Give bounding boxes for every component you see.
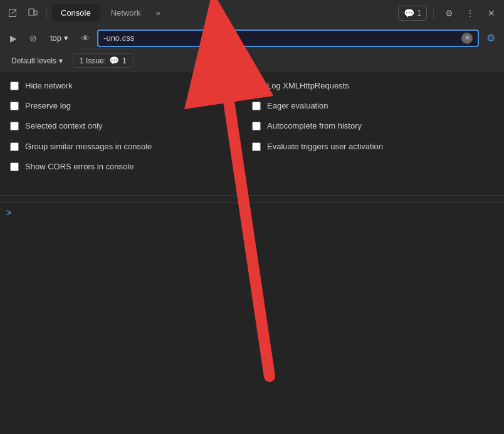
- filter-clear-button[interactable]: ✕: [461, 33, 473, 44]
- eager-eval-checkbox[interactable]: [252, 102, 261, 110]
- show-cors-checkbox[interactable]: [10, 162, 19, 171]
- levels-dropdown-button[interactable]: Default levels ▾: [6, 55, 68, 67]
- divider1: [46, 7, 47, 19]
- message-badge-button[interactable]: 💬 1: [398, 6, 427, 21]
- levels-toolbar: Default levels ▾ 1 Issue: 💬 1: [0, 50, 504, 71]
- more-tabs-icon[interactable]: »: [152, 6, 164, 20]
- context-selector[interactable]: top ▾: [45, 31, 73, 45]
- checkbox-log-xml: Log XMLHttpRequests: [252, 80, 494, 92]
- menu-icon[interactable]: ⋮: [461, 4, 479, 22]
- message-icon: 💬: [404, 8, 414, 18]
- issue-count: 1: [122, 56, 127, 65]
- autocomplete-checkbox[interactable]: [252, 122, 261, 130]
- selected-context-label: Selected context only: [25, 120, 103, 132]
- console-prompt-area: >: [0, 202, 504, 223]
- close-icon[interactable]: ✕: [483, 4, 500, 22]
- console-toolbar: ▶ ⊘ top ▾ 👁 ✕ ⚙: [0, 26, 504, 50]
- levels-dropdown-icon: ▾: [59, 56, 63, 65]
- checkbox-grid: Hide network Preserve log Selected conte…: [10, 80, 494, 181]
- prompt-icon: >: [6, 208, 11, 218]
- col-left: Hide network Preserve log Selected conte…: [10, 80, 252, 181]
- context-label: top: [50, 33, 61, 43]
- toolbar-right: 💬 1 ⚙ ⋮ ✕: [398, 4, 500, 22]
- preserve-log-label: Preserve log: [25, 100, 71, 112]
- checkbox-preserve-log: Preserve log: [10, 100, 252, 112]
- eager-eval-label: Eager evaluation: [267, 100, 328, 112]
- checkbox-autocomplete: Autocomplete from history: [252, 120, 494, 132]
- log-xml-label: Log XMLHttpRequests: [267, 80, 349, 92]
- checkbox-show-cors: Show CORS errors in console: [10, 161, 252, 172]
- checkbox-group-similar: Group similar messages in console: [10, 141, 252, 152]
- col-right: Log XMLHttpRequests Eager evaluation Aut…: [252, 80, 494, 181]
- tab-network[interactable]: Network: [102, 4, 150, 21]
- badge-count: 1: [417, 9, 421, 18]
- clear-icon[interactable]: ⊘: [25, 30, 41, 46]
- play-icon[interactable]: ▶: [5, 30, 21, 46]
- section-divider: [0, 195, 504, 196]
- group-similar-label: Group similar messages in console: [25, 141, 152, 152]
- svg-rect-1: [34, 11, 37, 15]
- issue-badge[interactable]: 1 Issue: 💬 1: [73, 53, 134, 68]
- device-icon[interactable]: [24, 4, 41, 22]
- log-xml-checkbox[interactable]: [252, 82, 261, 90]
- filter-input-wrap: ✕: [97, 29, 479, 47]
- issue-message-icon: 💬: [109, 56, 119, 65]
- divider2: [433, 7, 434, 19]
- inspect-icon[interactable]: [4, 4, 21, 22]
- hide-network-label: Hide network: [25, 80, 73, 92]
- filter-input[interactable]: [103, 33, 461, 43]
- console-settings-icon[interactable]: ⚙: [483, 30, 499, 46]
- settings-panel: Hide network Preserve log Selected conte…: [0, 71, 504, 190]
- checkbox-selected-context: Selected context only: [10, 120, 252, 132]
- top-toolbar: Console Network » 💬 1 ⚙ ⋮ ✕: [0, 0, 504, 26]
- checkbox-eager-eval: Eager evaluation: [252, 100, 494, 112]
- autocomplete-label: Autocomplete from history: [267, 120, 362, 132]
- hide-network-checkbox[interactable]: [10, 82, 19, 90]
- eye-icon[interactable]: 👁: [77, 30, 93, 46]
- evaluate-triggers-checkbox[interactable]: [252, 142, 261, 151]
- checkbox-evaluate-triggers: Evaluate triggers user activation: [252, 141, 494, 152]
- show-cors-label: Show CORS errors in console: [25, 161, 134, 172]
- context-dropdown-icon: ▾: [64, 33, 68, 43]
- checkbox-hide-network: Hide network: [10, 80, 252, 92]
- preserve-log-checkbox[interactable]: [10, 102, 19, 110]
- issue-text: 1 Issue:: [80, 56, 106, 65]
- settings-icon[interactable]: ⚙: [440, 4, 458, 22]
- selected-context-checkbox[interactable]: [10, 122, 19, 130]
- svg-rect-0: [29, 9, 34, 16]
- group-similar-checkbox[interactable]: [10, 142, 19, 151]
- tab-console[interactable]: Console: [52, 4, 100, 21]
- levels-label: Default levels: [11, 56, 56, 65]
- evaluate-triggers-label: Evaluate triggers user activation: [267, 141, 383, 152]
